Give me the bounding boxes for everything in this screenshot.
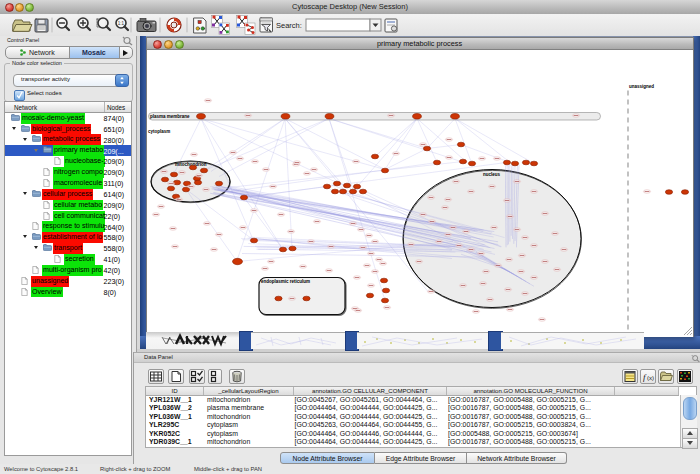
svg-text:(x): (x): [647, 375, 654, 381]
svg-text:nucleus: nucleus: [483, 171, 501, 176]
svg-text:cytoplasm: cytoplasm: [148, 128, 170, 133]
svg-text:1:1: 1:1: [118, 21, 125, 26]
svg-text:Search:: Search:: [276, 21, 302, 30]
svg-text:endoplasmic reticulum: endoplasmic reticulum: [261, 279, 310, 284]
svg-text:unassigned: unassigned: [629, 84, 654, 89]
svg-text:plasma membrane: plasma membrane: [150, 114, 190, 119]
